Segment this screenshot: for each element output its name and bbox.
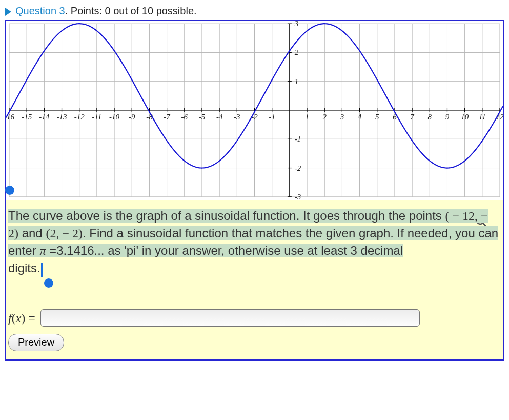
answer-row: f(x) = [6,309,503,327]
svg-text:-7: -7 [164,113,170,121]
prompt-pt2-b: − 2) [62,227,83,240]
question-header: Question 3. Points: 0 out of 10 possible… [5,5,504,17]
svg-text:1: 1 [295,77,298,86]
prompt-pt1-a: − 12, [450,209,481,223]
question-panel: -16-15-14-13-12-11-10-9-8-7-6-5-4-3-2-11… [5,20,504,361]
answer-f: f [8,311,12,325]
svg-text:-5: -5 [199,113,206,121]
text-cursor-icon [41,263,43,277]
svg-text:7: 7 [410,113,414,121]
svg-text:8: 8 [428,113,432,121]
svg-text:5: 5 [375,113,379,121]
preview-button[interactable]: Preview [8,334,64,351]
svg-text:-13: -13 [57,113,67,121]
selection-start-handle-icon[interactable] [5,186,14,195]
prompt-pt2-open: (2, [46,227,62,240]
prompt-highlight: The curve above is the graph of a sinuso… [8,209,498,257]
svg-text:-1: -1 [295,135,301,143]
prompt-tail-high: =3.1416... as 'pi' in your answer, other… [46,244,403,257]
selection-end-handle-icon[interactable] [44,278,53,288]
svg-text:10: 10 [461,113,469,121]
svg-text:9: 9 [445,113,450,121]
svg-text:-15: -15 [22,113,32,121]
svg-text:-1: -1 [269,113,275,121]
question-number: Question 3 [15,5,65,16]
svg-text:2: 2 [322,113,327,121]
svg-text:11: 11 [479,113,486,121]
prompt-tail-low: digits. [8,261,40,275]
svg-text:-11: -11 [92,113,101,121]
svg-text:-3: -3 [234,113,240,121]
svg-text:4: 4 [358,113,362,121]
svg-text:-6: -6 [181,113,188,121]
svg-text:-4: -4 [216,113,223,121]
svg-text:2: 2 [295,48,299,56]
svg-text:-2: -2 [295,164,301,172]
sinusoid-graph[interactable]: -16-15-14-13-12-11-10-9-8-7-6-5-4-3-2-11… [6,21,503,200]
disclosure-triangle-icon[interactable] [5,8,11,16]
answer-eq: = [25,311,35,325]
svg-text:3: 3 [294,21,298,28]
svg-text:3: 3 [340,113,344,121]
points-text: . Points: 0 out of 10 possible. [65,5,197,16]
answer-x: x [16,311,22,325]
prompt-mid1: and [18,226,46,240]
svg-text:1: 1 [305,113,309,121]
answer-lhs: f(x) = [8,311,35,325]
prompt-pt1-open: ( [445,209,450,223]
svg-text:-9: -9 [129,113,135,121]
question-title: Question 3. Points: 0 out of 10 possible… [15,5,197,17]
answer-open: ( [12,311,16,325]
svg-text:-14: -14 [39,113,49,121]
prompt-pi: π [39,244,46,257]
svg-text:-12: -12 [74,113,85,121]
prompt-seg-1: The curve above is the graph of a sinuso… [8,209,445,223]
graph-container: -16-15-14-13-12-11-10-9-8-7-6-5-4-3-2-11… [6,21,503,200]
answer-input[interactable] [40,309,420,327]
svg-text:-3: -3 [295,193,301,200]
prompt-text: The curve above is the graph of a sinuso… [6,200,503,303]
svg-text:-10: -10 [109,113,119,121]
